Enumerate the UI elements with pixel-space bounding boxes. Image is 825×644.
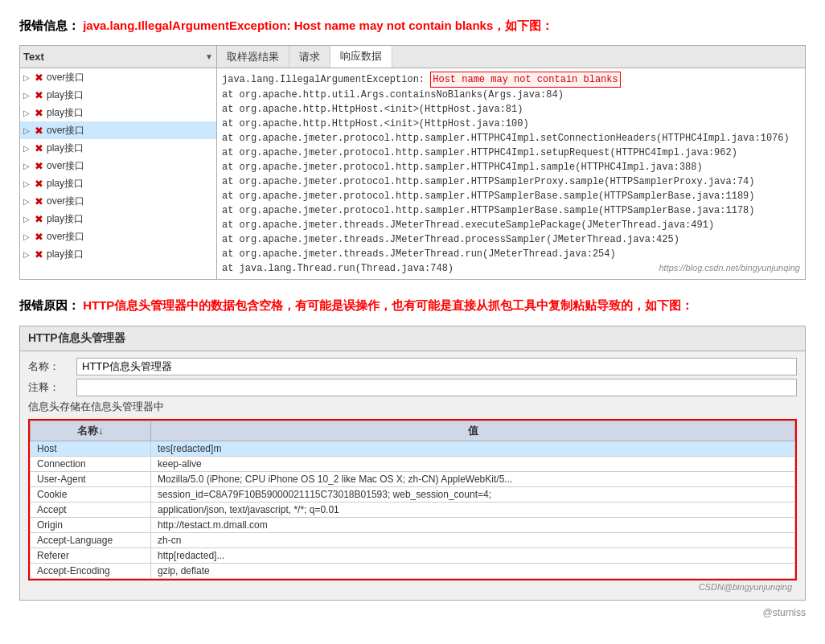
tree-item[interactable]: ▷ ✖ over接口 (20, 121, 216, 139)
header-value-cell: zh-cn (151, 533, 795, 548)
tree-item[interactable]: ▷ ✖ over接口 (20, 228, 216, 245)
tabs-bar: 取样器结果 请求 响应数据 (217, 46, 805, 68)
log-line: at org.apache.jmeter.threads.JMeterThrea… (222, 247, 800, 261)
table-row[interactable]: User-AgentMozilla/5.0 (iPhone; CPU iPhon… (31, 472, 795, 487)
cause-label: 报错原因： (19, 298, 80, 312)
tab-sampler-result[interactable]: 取样器结果 (217, 46, 289, 68)
tree-item[interactable]: ▷ ✖ play接口 (20, 210, 216, 228)
table-row[interactable]: Refererhttp[redacted]... (31, 548, 795, 564)
name-input[interactable] (76, 358, 797, 375)
tree-error-icon: ✖ (35, 142, 43, 154)
tab-request[interactable]: 请求 (289, 46, 330, 68)
tree-error-icon: ✖ (35, 72, 43, 84)
tree-item-label: over接口 (47, 124, 84, 137)
tree-item[interactable]: ▷ ✖ play接口 (20, 139, 216, 157)
error-info-title: 报错信息： java.lang.IllegalArgumentException… (19, 16, 806, 35)
log-content: java.lang.IllegalArgumentException: Host… (217, 68, 805, 279)
header-value-cell: keep-alive (151, 457, 795, 472)
table-row[interactable]: Cookiesession_id=C8A79F10B59000021115C73… (31, 487, 795, 502)
tree-error-icon: ✖ (35, 160, 43, 172)
headers-section-label: 信息头存储在信息头管理器中 (28, 400, 797, 414)
tree-panel-header-label: Text (23, 51, 205, 63)
tree-arrow-icon: ▷ (23, 144, 33, 153)
tree-error-icon: ✖ (35, 213, 43, 225)
header-name-cell: Origin (31, 518, 151, 533)
table-row[interactable]: Acceptapplication/json, text/javascript,… (31, 502, 795, 518)
log-line: at org.apache.http.util.Args.containsNoB… (222, 88, 800, 102)
log-line: at org.apache.http.HttpHost.<init>(HttpH… (222, 102, 800, 117)
tree-error-icon: ✖ (35, 125, 43, 137)
header-value-cell: Mozilla/5.0 (iPhone; CPU iPhone OS 10_2 … (151, 472, 795, 487)
tree-arrow-icon: ▷ (23, 162, 33, 170)
table-row[interactable]: Accept-Languagezh-cn (31, 533, 795, 548)
log-line: at org.apache.jmeter.protocol.http.sampl… (222, 131, 800, 146)
header-name-cell: Host (31, 441, 151, 457)
header-value-cell: session_id=C8A79F10B59000021115C73018B01… (151, 487, 795, 502)
tree-item[interactable]: ▷ ✖ play接口 (20, 104, 216, 121)
tree-arrow-icon: ▷ (23, 179, 33, 188)
log-line: at org.apache.jmeter.protocol.http.sampl… (222, 189, 800, 203)
tree-item-label: over接口 (47, 230, 84, 244)
tree-item-label: over接口 (47, 71, 84, 84)
tree-item[interactable]: ▷ ✖ over接口 (20, 68, 216, 86)
tree-arrow-icon: ▷ (23, 250, 33, 259)
header-name-cell: User-Agent (31, 472, 151, 487)
log-line: at org.apache.jmeter.protocol.http.sampl… (222, 146, 800, 160)
header-name-cell: Accept (31, 502, 151, 518)
name-label: 名称： (28, 359, 76, 374)
log-line: at org.apache.http.HttpHost.<init>(HttpH… (222, 117, 800, 131)
header-value-cell: tes[redacted]m (151, 441, 795, 457)
tree-panel: Text ▼ ▷ ✖ over接口 ▷ ✖ play接口 ▷ ✖ play接口 … (20, 46, 217, 279)
cause-content: HTTP信息头管理器中的数据包含空格，有可能是误操作，也有可能是直接从抓包工具中… (83, 298, 693, 312)
tree-arrow-icon: ▷ (23, 73, 33, 82)
tree-item-label: over接口 (47, 159, 84, 173)
log-line: at org.apache.jmeter.protocol.http.sampl… (222, 203, 800, 218)
table-row[interactable]: Connectionkeep-alive (31, 457, 795, 472)
table-row[interactable]: Hosttes[redacted]m (31, 441, 795, 457)
tree-panel-header: Text ▼ (20, 46, 216, 68)
jmeter-window: Text ▼ ▷ ✖ over接口 ▷ ✖ play接口 ▷ ✖ play接口 … (19, 45, 806, 280)
header-name-cell: Accept-Language (31, 533, 151, 548)
tree-item[interactable]: ▷ ✖ play接口 (20, 86, 216, 104)
log-highlight: Host name may not contain blanks (430, 72, 620, 88)
log-line: at org.apache.jmeter.threads.JMeterThrea… (222, 232, 800, 247)
tree-arrow-icon: ▷ (23, 126, 33, 135)
headers-table: 名称↓ 值 Hosttes[redacted]mConnectionkeep-a… (30, 420, 795, 579)
table-row[interactable]: Originhttp://testact.m.dmall.com (31, 518, 795, 533)
comment-input[interactable] (76, 379, 797, 396)
col-value-header: 值 (151, 421, 795, 441)
tree-item-label: play接口 (47, 248, 84, 261)
table-row[interactable]: Accept-Encodinggzip, deflate (31, 564, 795, 579)
tree-item-label: over接口 (47, 195, 84, 208)
tree-error-icon: ✖ (35, 248, 43, 260)
manager-watermark: CSDN@bingyunjunqing (28, 580, 797, 593)
tree-items-container: ▷ ✖ over接口 ▷ ✖ play接口 ▷ ✖ play接口 ▷ ✖ ove… (20, 68, 216, 263)
tree-item-label: play接口 (47, 142, 84, 155)
log-panel: 取样器结果 请求 响应数据 java.lang.IllegalArgumentE… (217, 46, 805, 279)
headers-section: 名称↓ 值 Hosttes[redacted]mConnectionkeep-a… (28, 419, 797, 580)
header-value-cell: http://testact.m.dmall.com (151, 518, 795, 533)
tree-arrow-icon: ▷ (23, 109, 33, 117)
tree-item-label: play接口 (47, 212, 84, 226)
header-value-cell: gzip, deflate (151, 564, 795, 579)
log-line: at org.apache.jmeter.protocol.http.sampl… (222, 174, 800, 189)
header-value-cell: http[redacted]... (151, 548, 795, 564)
error-label: 报错信息： (19, 18, 80, 32)
header-name-cell: Referer (31, 548, 151, 564)
cause-title: 报错原因： HTTP信息头管理器中的数据包含空格，有可能是误操作，也有可能是直接… (19, 294, 806, 316)
tree-sort-arrow: ▼ (205, 52, 213, 61)
tree-error-icon: ✖ (35, 195, 43, 207)
header-name-cell: Connection (31, 457, 151, 472)
comment-field-row: 注释： (28, 379, 797, 396)
header-name-cell: Accept-Encoding (31, 564, 151, 579)
tree-item[interactable]: ▷ ✖ play接口 (20, 245, 216, 263)
http-manager-body: 名称： 注释： 信息头存储在信息头管理器中 名称↓ 值 Hosttes[reda… (20, 351, 805, 600)
tree-item[interactable]: ▷ ✖ over接口 (20, 157, 216, 174)
tree-item[interactable]: ▷ ✖ play接口 (20, 174, 216, 192)
log-line: at org.apache.jmeter.protocol.http.sampl… (222, 160, 800, 174)
tree-item[interactable]: ▷ ✖ over接口 (20, 192, 216, 210)
tree-arrow-icon: ▷ (23, 197, 33, 206)
tab-response-data[interactable]: 响应数据 (330, 46, 392, 68)
comment-label: 注释： (28, 380, 76, 395)
tree-arrow-icon: ▷ (23, 215, 33, 224)
